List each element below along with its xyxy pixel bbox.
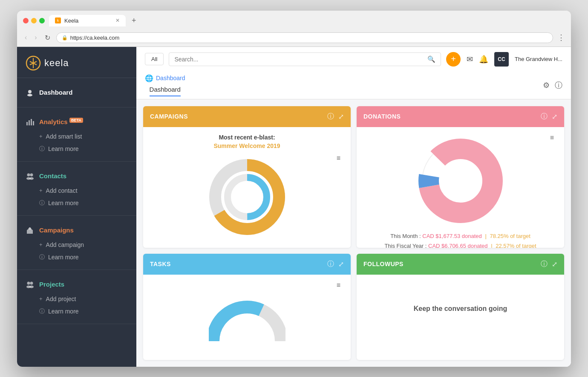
dashboard-grid: CAMPAIGNS ⓘ ⤢ Most recent e-blast: Summe…: [136, 99, 571, 367]
browser-menu-button[interactable]: ⋮: [557, 33, 565, 42]
page-title: Dashboard: [150, 83, 181, 96]
widget-tasks: TASKS ⓘ ⤢ ≡: [143, 254, 351, 360]
sidebar-sub-campaigns-learn-more-label: Learn more: [48, 254, 79, 261]
sidebar-sub-add-project[interactable]: + Add project: [17, 293, 136, 305]
donations-stat1-label: This Month :: [390, 233, 421, 239]
svg-point-7: [27, 173, 30, 176]
search-filter-button[interactable]: All: [145, 53, 164, 65]
close-dot[interactable]: [23, 18, 29, 23]
user-avatar[interactable]: CC: [494, 52, 509, 67]
svg-point-12: [27, 281, 30, 284]
tab-close-button[interactable]: ✕: [115, 17, 120, 23]
plus-icon-projects: +: [39, 296, 43, 302]
sidebar-sub-analytics-learn-more[interactable]: ⓘ Learn more: [17, 142, 136, 155]
user-name[interactable]: The Grandview H...: [515, 56, 562, 62]
svg-point-10: [29, 177, 34, 180]
svg-rect-4: [29, 120, 30, 125]
sidebar-sub-analytics-learn-more-label: Learn more: [48, 145, 79, 152]
widget-followups-title: FOLLOWUPS: [363, 261, 404, 267]
sidebar-item-contacts[interactable]: Contacts: [17, 168, 136, 185]
sidebar-section-analytics: Analytics BETA + Add smart list ⓘ Learn …: [17, 107, 136, 162]
donations-menu-icon[interactable]: ≡: [550, 134, 554, 142]
new-tab-button[interactable]: +: [132, 16, 136, 25]
widget-followups-body: Keep the conversation going: [357, 275, 564, 343]
add-button[interactable]: +: [446, 52, 461, 67]
campaigns-email-link[interactable]: Summer Welcome 2019: [150, 142, 344, 149]
sidebar-item-contacts-label: Contacts: [39, 172, 66, 180]
browser-tab[interactable]: k Keela ✕: [49, 15, 126, 26]
sidebar-item-projects-label: Projects: [39, 281, 64, 288]
tab-title: Keela: [64, 17, 78, 24]
sidebar-item-campaigns[interactable]: Campaigns: [17, 222, 136, 239]
info-icon-campaigns: ⓘ: [39, 253, 45, 261]
donations-stat2-target: 22.57% of target: [496, 243, 536, 248]
widget-followups-icons: ⓘ ⤢: [541, 260, 557, 269]
info-icon-analytics: ⓘ: [39, 145, 45, 153]
settings-icon[interactable]: ⚙: [543, 81, 550, 90]
sidebar-section-contacts: Contacts + Add contact ⓘ Learn more: [17, 162, 136, 216]
donations-info-icon[interactable]: ⓘ: [541, 112, 548, 121]
campaigns-expand-icon[interactable]: ⤢: [338, 113, 344, 121]
tasks-chart-area: [150, 281, 344, 350]
svg-rect-6: [33, 121, 34, 125]
breadcrumb-link[interactable]: 🌐 Dashboard: [145, 74, 185, 82]
widget-tasks-title: TASKS: [150, 261, 171, 267]
sidebar-item-campaigns-label: Campaigns: [39, 226, 74, 234]
plus-icon-contacts: +: [39, 187, 43, 194]
sidebar-sub-contacts-learn-more-label: Learn more: [48, 200, 79, 206]
info-icon-topbar[interactable]: ⓘ: [555, 80, 562, 90]
sidebar-sub-add-campaign[interactable]: + Add campaign: [17, 239, 136, 251]
sidebar-sub-contacts-learn-more[interactable]: ⓘ Learn more: [17, 197, 136, 209]
sidebar-sub-add-contact[interactable]: + Add contact: [17, 185, 136, 197]
followups-info-icon[interactable]: ⓘ: [541, 260, 548, 269]
search-input[interactable]: [174, 56, 424, 63]
widget-campaigns-header: CAMPAIGNS ⓘ ⤢: [143, 106, 351, 127]
svg-point-20: [235, 185, 259, 209]
svg-point-24: [439, 160, 482, 202]
svg-rect-5: [31, 119, 32, 125]
keela-logo-icon: [26, 55, 41, 71]
sidebar-sub-add-smartlist[interactable]: + Add smart list: [17, 130, 136, 142]
analytics-beta-badge: BETA: [69, 118, 83, 123]
widget-tasks-header: TASKS ⓘ ⤢: [143, 254, 351, 275]
sidebar-logo[interactable]: keela: [17, 47, 136, 78]
sidebar-item-dashboard[interactable]: Dashboard: [17, 84, 136, 101]
widget-followups: FOLLOWUPS ⓘ ⤢ Keep the conversation goin…: [357, 254, 564, 360]
address-bar[interactable]: 🔒 https://ca.keela.com: [56, 32, 553, 43]
topbar-actions: + ✉ 🔔 CC The Grandview H...: [446, 52, 562, 67]
widget-donations: DONATIONS ⓘ ⤢ ≡: [357, 106, 564, 248]
sidebar-sub-campaigns-learn-more[interactable]: ⓘ Learn more: [17, 251, 136, 264]
url-text: https://ca.keela.com: [70, 35, 120, 41]
mail-icon[interactable]: ✉: [467, 55, 473, 64]
sidebar-sub-projects-learn-more[interactable]: ⓘ Learn more: [17, 305, 136, 318]
followups-expand-icon[interactable]: ⤢: [552, 260, 557, 268]
search-box[interactable]: 🔍: [169, 52, 441, 66]
widget-campaigns-icons: ⓘ ⤢: [327, 112, 344, 121]
minimize-dot[interactable]: [31, 18, 37, 23]
sidebar-item-analytics-label: Analytics BETA: [39, 118, 83, 125]
donations-stat2-donated: CAD $6,706.65 donated: [428, 243, 488, 248]
donations-expand-icon[interactable]: ⤢: [552, 113, 557, 121]
campaigns-icon: [26, 226, 34, 235]
donations-stat1-target: 78.25% of target: [490, 233, 530, 239]
forward-button[interactable]: ›: [33, 33, 38, 42]
reload-button[interactable]: ↻: [43, 33, 52, 43]
tasks-menu-icon[interactable]: ≡: [337, 281, 340, 289]
donations-chart-area: [414, 134, 507, 228]
notification-bell-icon[interactable]: 🔔: [479, 55, 488, 64]
tasks-info-icon[interactable]: ⓘ: [327, 260, 334, 269]
campaigns-info-icon[interactable]: ⓘ: [327, 112, 334, 121]
widget-donations-header: DONATIONS ⓘ ⤢: [357, 106, 564, 127]
followups-body-text: Keep the conversation going: [414, 305, 507, 313]
campaigns-menu-icon[interactable]: ≡: [337, 154, 340, 162]
svg-rect-3: [26, 122, 28, 125]
svg-point-2: [27, 94, 32, 96]
back-button[interactable]: ‹: [23, 33, 29, 42]
widget-tasks-body: ≡: [143, 275, 351, 360]
donations-stat1-donated: CAD $1,677.53 donated: [422, 233, 482, 239]
tasks-expand-icon[interactable]: ⤢: [338, 260, 344, 268]
sidebar-sub-add-smartlist-label: Add smart list: [46, 133, 82, 140]
sidebar-item-analytics[interactable]: Analytics BETA: [17, 113, 136, 130]
maximize-dot[interactable]: [39, 18, 45, 23]
sidebar-item-projects[interactable]: Projects: [17, 276, 136, 293]
